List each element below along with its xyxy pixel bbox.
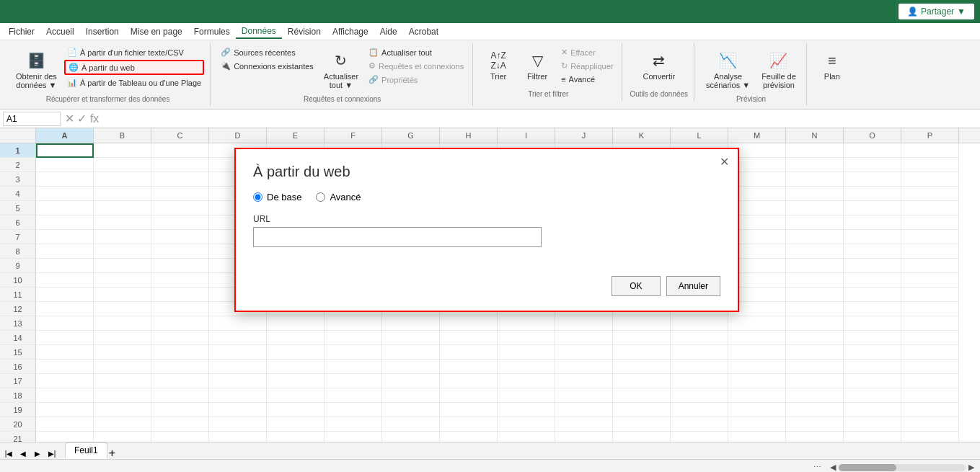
cell-L16[interactable] — [671, 360, 728, 374]
add-sheet-button[interactable]: + — [109, 447, 115, 459]
cell-G17[interactable] — [382, 374, 440, 388]
cell-H17[interactable] — [440, 374, 498, 388]
menu-aide[interactable]: Aide — [374, 25, 403, 38]
cell-L21[interactable] — [671, 432, 728, 442]
cell-K17[interactable] — [613, 374, 671, 388]
row-header-10[interactable]: 10 — [0, 273, 36, 288]
cell-C8[interactable] — [151, 244, 209, 259]
cell-P18[interactable] — [901, 388, 959, 403]
plan-button[interactable]: ≡ Plan — [814, 46, 850, 84]
cell-A5[interactable] — [36, 201, 94, 215]
cell-N8[interactable] — [786, 244, 844, 259]
dialog-cancel-button[interactable]: Annuler — [666, 276, 720, 296]
cell-H13[interactable] — [440, 316, 498, 331]
cell-O16[interactable] — [844, 360, 901, 374]
cell-F20[interactable] — [325, 417, 382, 432]
cell-C14[interactable] — [151, 331, 209, 345]
cell-K14[interactable] — [613, 331, 671, 345]
cell-N1[interactable] — [786, 143, 844, 158]
requetes-connexions-button[interactable]: 📋 Actualiser tout — [366, 46, 467, 58]
col-header-F[interactable]: F — [325, 128, 382, 143]
row-header-3[interactable]: 3 — [0, 172, 36, 187]
cell-N21[interactable] — [786, 432, 844, 442]
radio-basic[interactable] — [253, 192, 262, 202]
cell-J15[interactable] — [555, 345, 613, 360]
row-header-18[interactable]: 18 — [0, 388, 36, 403]
cell-E16[interactable] — [267, 360, 325, 374]
cell-B15[interactable] — [94, 345, 151, 360]
avance-button[interactable]: ≡ Avancé — [558, 74, 616, 85]
cell-N13[interactable] — [786, 316, 844, 331]
scroll-left-btn[interactable]: ◀ — [830, 463, 836, 472]
cell-M18[interactable] — [728, 388, 786, 403]
cell-G13[interactable] — [382, 316, 440, 331]
cell-C6[interactable] — [151, 215, 209, 230]
cell-O15[interactable] — [844, 345, 901, 360]
cell-I13[interactable] — [498, 316, 555, 331]
cell-O4[interactable] — [844, 187, 901, 201]
cell-P8[interactable] — [901, 244, 959, 259]
cell-A4[interactable] — [36, 187, 94, 201]
cell-E18[interactable] — [267, 388, 325, 403]
cell-O7[interactable] — [844, 230, 901, 244]
cell-H15[interactable] — [440, 345, 498, 360]
col-header-P[interactable]: P — [901, 128, 959, 143]
analyse-scenarios-button[interactable]: 📉 Analysescénarios ▼ — [702, 46, 754, 92]
cell-B12[interactable] — [94, 302, 151, 316]
cell-B9[interactable] — [94, 259, 151, 273]
cell-O13[interactable] — [844, 316, 901, 331]
cell-E19[interactable] — [267, 403, 325, 417]
cell-O20[interactable] — [844, 417, 901, 432]
menu-donnees[interactable]: Données — [236, 25, 282, 39]
cell-K16[interactable] — [613, 360, 671, 374]
cell-A8[interactable] — [36, 244, 94, 259]
cell-C5[interactable] — [151, 201, 209, 215]
cell-F13[interactable] — [325, 316, 382, 331]
cell-K19[interactable] — [613, 403, 671, 417]
cell-N12[interactable] — [786, 302, 844, 316]
cell-C4[interactable] — [151, 187, 209, 201]
col-header-H[interactable]: H — [440, 128, 498, 143]
row-header-17[interactable]: 17 — [0, 374, 36, 388]
actualiser-tout-button[interactable]: ↻ Actualisertout ▼ — [319, 46, 363, 92]
cell-H20[interactable] — [440, 417, 498, 432]
cell-C21[interactable] — [151, 432, 209, 442]
cell-B19[interactable] — [94, 403, 151, 417]
cell-C7[interactable] — [151, 230, 209, 244]
cell-A11[interactable] — [36, 288, 94, 302]
cell-I16[interactable] — [498, 360, 555, 374]
cell-E21[interactable] — [267, 432, 325, 442]
cell-N18[interactable] — [786, 388, 844, 403]
cell-C17[interactable] — [151, 374, 209, 388]
cell-O21[interactable] — [844, 432, 901, 442]
cell-N17[interactable] — [786, 374, 844, 388]
col-header-J[interactable]: J — [555, 128, 613, 143]
col-header-E[interactable]: E — [267, 128, 325, 143]
cell-P2[interactable] — [901, 158, 959, 172]
cell-G14[interactable] — [382, 331, 440, 345]
radio-advanced-label[interactable]: Avancé — [316, 192, 361, 202]
cell-I21[interactable] — [498, 432, 555, 442]
cell-A15[interactable] — [36, 345, 94, 360]
row-header-19[interactable]: 19 — [0, 403, 36, 417]
cell-M13[interactable] — [728, 316, 786, 331]
row-header-20[interactable]: 20 — [0, 417, 36, 432]
cell-G20[interactable] — [382, 417, 440, 432]
nav-last-btn[interactable]: ▶| — [46, 447, 58, 459]
filtrer-button[interactable]: ▽ Filtrer — [519, 46, 555, 84]
radio-basic-label[interactable]: De base — [253, 192, 301, 202]
cell-I18[interactable] — [498, 388, 555, 403]
cell-B14[interactable] — [94, 331, 151, 345]
cell-K18[interactable] — [613, 388, 671, 403]
cell-A18[interactable] — [36, 388, 94, 403]
menu-acrobat[interactable]: Acrobat — [403, 25, 444, 38]
cell-P15[interactable] — [901, 345, 959, 360]
cell-P21[interactable] — [901, 432, 959, 442]
connexions-existantes-button[interactable]: 🔌 Connexions existantes — [218, 60, 317, 72]
url-input[interactable] — [253, 227, 542, 247]
cell-N9[interactable] — [786, 259, 844, 273]
cell-D16[interactable] — [209, 360, 267, 374]
cell-L18[interactable] — [671, 388, 728, 403]
col-header-G[interactable]: G — [382, 128, 440, 143]
cell-P10[interactable] — [901, 273, 959, 288]
